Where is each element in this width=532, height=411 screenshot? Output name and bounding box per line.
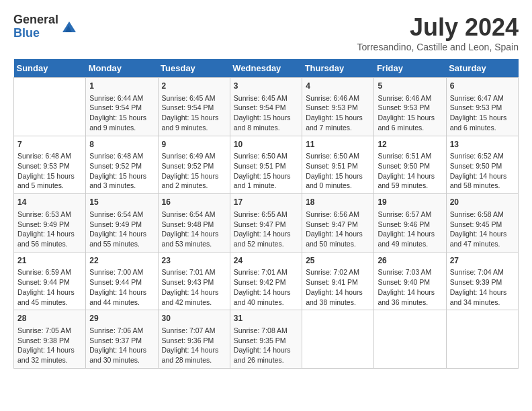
day-number: 30 (162, 313, 226, 324)
calendar-cell: 4Sunrise: 6:46 AM Sunset: 9:53 PM Daylig… (302, 78, 374, 136)
day-info: Sunrise: 7:01 AM Sunset: 9:43 PM Dayligh… (162, 267, 226, 307)
calendar-cell: 15Sunrise: 6:54 AM Sunset: 9:49 PM Dayli… (86, 194, 158, 253)
calendar-cell: 24Sunrise: 7:01 AM Sunset: 9:42 PM Dayli… (230, 252, 302, 310)
day-number: 15 (89, 197, 154, 208)
day-number: 25 (306, 255, 370, 267)
day-info: Sunrise: 6:45 AM Sunset: 9:54 PM Dayligh… (234, 93, 298, 133)
day-number: 20 (450, 197, 515, 208)
day-number: 5 (378, 81, 442, 92)
day-info: Sunrise: 7:07 AM Sunset: 9:36 PM Dayligh… (162, 326, 226, 365)
calendar-cell: 11Sunrise: 6:50 AM Sunset: 9:51 PM Dayli… (302, 136, 374, 194)
day-number: 4 (306, 81, 370, 92)
day-info: Sunrise: 6:59 AM Sunset: 9:44 PM Dayligh… (17, 267, 82, 307)
logo-blue: Blue (13, 27, 58, 40)
calendar-table: SundayMondayTuesdayWednesdayThursdayFrid… (13, 59, 519, 369)
day-info: Sunrise: 6:57 AM Sunset: 9:46 PM Dayligh… (378, 210, 442, 249)
day-number: 27 (450, 255, 515, 267)
week-row-2: 7Sunrise: 6:48 AM Sunset: 9:53 PM Daylig… (14, 136, 519, 194)
day-info: Sunrise: 7:04 AM Sunset: 9:39 PM Dayligh… (450, 267, 515, 307)
calendar-cell: 16Sunrise: 6:54 AM Sunset: 9:48 PM Dayli… (158, 194, 230, 253)
day-number: 17 (234, 197, 298, 208)
title-block: July 2024 Torresandino, Castille and Leo… (357, 13, 519, 52)
day-info: Sunrise: 7:05 AM Sunset: 9:38 PM Dayligh… (17, 326, 82, 365)
calendar-cell: 26Sunrise: 7:03 AM Sunset: 9:40 PM Dayli… (374, 252, 446, 310)
week-row-3: 14Sunrise: 6:53 AM Sunset: 9:49 PM Dayli… (14, 194, 519, 253)
day-info: Sunrise: 7:02 AM Sunset: 9:41 PM Dayligh… (306, 267, 370, 307)
day-number: 19 (378, 197, 442, 208)
calendar-cell: 13Sunrise: 6:52 AM Sunset: 9:50 PM Dayli… (446, 136, 518, 194)
week-row-1: 1Sunrise: 6:44 AM Sunset: 9:54 PM Daylig… (14, 78, 519, 136)
calendar-cell (446, 310, 518, 369)
day-info: Sunrise: 7:01 AM Sunset: 9:42 PM Dayligh… (234, 267, 298, 307)
day-info: Sunrise: 6:56 AM Sunset: 9:47 PM Dayligh… (306, 210, 370, 249)
day-number: 14 (17, 197, 82, 208)
calendar-cell: 29Sunrise: 7:06 AM Sunset: 9:37 PM Dayli… (86, 310, 158, 369)
day-info: Sunrise: 6:51 AM Sunset: 9:50 PM Dayligh… (378, 151, 442, 191)
col-header-tuesday: Tuesday (158, 59, 230, 78)
calendar-cell: 14Sunrise: 6:53 AM Sunset: 9:49 PM Dayli… (14, 194, 86, 253)
day-number: 2 (162, 81, 226, 92)
day-info: Sunrise: 7:08 AM Sunset: 9:35 PM Dayligh… (234, 326, 298, 365)
day-info: Sunrise: 6:58 AM Sunset: 9:45 PM Dayligh… (450, 210, 515, 249)
day-number: 21 (17, 255, 82, 267)
day-info: Sunrise: 6:50 AM Sunset: 9:51 PM Dayligh… (234, 151, 298, 191)
calendar-cell: 30Sunrise: 7:07 AM Sunset: 9:36 PM Dayli… (158, 310, 230, 369)
calendar-cell: 6Sunrise: 6:47 AM Sunset: 9:53 PM Daylig… (446, 78, 518, 136)
day-info: Sunrise: 6:52 AM Sunset: 9:50 PM Dayligh… (450, 151, 515, 191)
day-number: 9 (162, 139, 226, 150)
col-header-thursday: Thursday (302, 59, 374, 78)
col-header-monday: Monday (86, 59, 158, 78)
col-header-sunday: Sunday (14, 59, 86, 78)
day-info: Sunrise: 6:54 AM Sunset: 9:48 PM Dayligh… (162, 210, 226, 249)
day-info: Sunrise: 6:53 AM Sunset: 9:49 PM Dayligh… (17, 210, 82, 249)
calendar-cell: 12Sunrise: 6:51 AM Sunset: 9:50 PM Dayli… (374, 136, 446, 194)
day-info: Sunrise: 6:48 AM Sunset: 9:53 PM Dayligh… (17, 151, 82, 191)
calendar-cell: 19Sunrise: 6:57 AM Sunset: 9:46 PM Dayli… (374, 194, 446, 253)
calendar-cell: 21Sunrise: 6:59 AM Sunset: 9:44 PM Dayli… (14, 252, 86, 310)
day-number: 10 (234, 139, 298, 150)
logo-general: General (13, 13, 58, 27)
calendar-header-row: SundayMondayTuesdayWednesdayThursdayFrid… (14, 59, 519, 78)
day-info: Sunrise: 6:55 AM Sunset: 9:47 PM Dayligh… (234, 210, 298, 249)
day-number: 29 (89, 313, 154, 324)
day-info: Sunrise: 6:50 AM Sunset: 9:51 PM Dayligh… (306, 151, 370, 191)
week-row-5: 28Sunrise: 7:05 AM Sunset: 9:38 PM Dayli… (14, 310, 519, 369)
calendar-cell: 9Sunrise: 6:49 AM Sunset: 9:52 PM Daylig… (158, 136, 230, 194)
day-number: 12 (378, 139, 442, 150)
calendar-cell: 3Sunrise: 6:45 AM Sunset: 9:54 PM Daylig… (230, 78, 302, 136)
day-number: 26 (378, 255, 442, 267)
day-number: 3 (234, 81, 298, 92)
calendar-cell: 20Sunrise: 6:58 AM Sunset: 9:45 PM Dayli… (446, 194, 518, 253)
day-info: Sunrise: 6:47 AM Sunset: 9:53 PM Dayligh… (450, 93, 515, 133)
calendar-cell: 5Sunrise: 6:46 AM Sunset: 9:53 PM Daylig… (374, 78, 446, 136)
calendar-cell: 27Sunrise: 7:04 AM Sunset: 9:39 PM Dayli… (446, 252, 518, 310)
month-title: July 2024 (357, 13, 519, 42)
location-subtitle: Torresandino, Castille and Leon, Spain (357, 42, 519, 52)
col-header-friday: Friday (374, 59, 446, 78)
week-row-4: 21Sunrise: 6:59 AM Sunset: 9:44 PM Dayli… (14, 252, 519, 310)
calendar-cell: 22Sunrise: 7:00 AM Sunset: 9:44 PM Dayli… (86, 252, 158, 310)
day-info: Sunrise: 6:48 AM Sunset: 9:52 PM Dayligh… (89, 151, 154, 191)
calendar-cell (14, 78, 86, 136)
day-number: 23 (162, 255, 226, 267)
day-info: Sunrise: 6:54 AM Sunset: 9:49 PM Dayligh… (89, 210, 154, 249)
day-number: 6 (450, 81, 515, 92)
day-info: Sunrise: 7:06 AM Sunset: 9:37 PM Dayligh… (89, 326, 154, 365)
day-info: Sunrise: 7:00 AM Sunset: 9:44 PM Dayligh… (89, 267, 154, 307)
calendar-cell: 31Sunrise: 7:08 AM Sunset: 9:35 PM Dayli… (230, 310, 302, 369)
day-info: Sunrise: 6:49 AM Sunset: 9:52 PM Dayligh… (162, 151, 226, 191)
calendar-cell (374, 310, 446, 369)
day-info: Sunrise: 6:46 AM Sunset: 9:53 PM Dayligh… (378, 93, 442, 133)
day-number: 24 (234, 255, 298, 267)
day-info: Sunrise: 6:44 AM Sunset: 9:54 PM Dayligh… (89, 93, 154, 133)
day-number: 7 (17, 139, 82, 150)
day-info: Sunrise: 6:46 AM Sunset: 9:53 PM Dayligh… (306, 93, 370, 133)
calendar-cell (302, 310, 374, 369)
calendar-cell: 17Sunrise: 6:55 AM Sunset: 9:47 PM Dayli… (230, 194, 302, 253)
calendar-cell: 28Sunrise: 7:05 AM Sunset: 9:38 PM Dayli… (14, 310, 86, 369)
calendar-cell: 10Sunrise: 6:50 AM Sunset: 9:51 PM Dayli… (230, 136, 302, 194)
day-number: 18 (306, 197, 370, 208)
col-header-wednesday: Wednesday (230, 59, 302, 78)
page-header: General Blue July 2024 Torresandino, Cas… (13, 13, 519, 52)
calendar-cell: 7Sunrise: 6:48 AM Sunset: 9:53 PM Daylig… (14, 136, 86, 194)
